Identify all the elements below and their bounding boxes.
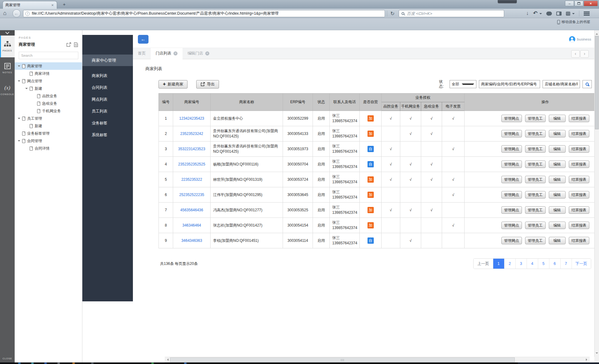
rail-tab-pages[interactable]: PAGES [0,36,15,57]
edit-button[interactable]: 编辑 [549,130,566,137]
page-button[interactable]: 4 [527,259,538,269]
settlement-report-button[interactable]: 结算报表 [569,160,589,168]
expand-arrow-icon[interactable] [18,118,20,120]
page-button[interactable]: 1 [493,259,504,269]
page-button[interactable]: 上一页 [474,259,493,269]
settlement-report-button[interactable]: 结算报表 [569,237,589,244]
tabs-prev-button[interactable]: ‹ [571,50,580,58]
manage-staff-button[interactable]: 管理员工 [525,237,546,244]
tabs-next-button[interactable]: › [580,50,589,58]
merchant-no-link[interactable]: 23523523242 [180,132,203,136]
page-button[interactable]: 7 [560,259,572,269]
taskbar-icon[interactable] [31,363,34,364]
page-button[interactable]: 下一页 [572,259,591,269]
menu-item[interactable]: 业务标签 [82,117,133,129]
expand-arrow-icon[interactable] [18,65,20,68]
merchant-no-link[interactable]: 3464346363 [181,238,202,243]
reload-icon[interactable]: ↻ [389,10,396,17]
tree-item[interactable]: 合同详情 [15,145,82,152]
collapse-rail-button[interactable] [0,30,15,36]
manage-staff-button[interactable]: 管理员工 [525,130,546,137]
rail-tab-notes[interactable]: NOTES [0,57,15,79]
taskbar-icon[interactable] [91,363,94,364]
tree-item[interactable]: 商家管理 [15,62,82,70]
bookmark-mobile[interactable]: 移动设备上的书签 [557,20,590,24]
edit-button[interactable]: 编辑 [549,237,566,244]
app-tab[interactable]: 门店列表× [151,48,183,59]
edit-button[interactable]: 编辑 [549,191,566,199]
maximize-button[interactable] [574,1,583,6]
url-bar[interactable]: i file:///C:/Users/Administrator/Desktop… [23,10,385,17]
vertical-scroll-thumb[interactable] [595,36,599,129]
settlement-report-button[interactable]: 结算报表 [569,222,589,229]
expand-arrow-icon[interactable] [25,88,28,90]
manage-branch-button[interactable]: 管理网点 [501,222,522,229]
scroll-right-icon[interactable] [586,358,588,361]
tab-close-icon[interactable]: × [173,51,178,55]
tree-item[interactable]: 员工管理 [15,115,82,122]
manage-staff-button[interactable]: 管理员工 [525,206,546,214]
taskbar-icon[interactable] [44,363,47,364]
rail-tab-console[interactable]: (x) CONSOLE [0,79,15,101]
tree-item[interactable]: 新建 [15,85,82,92]
manage-branch-button[interactable]: 管理网点 [501,145,522,153]
manage-staff-button[interactable]: 管理员工 [525,222,546,229]
page-button[interactable]: 6 [549,259,560,269]
chat-icon[interactable] [546,12,552,16]
page-info-icon[interactable]: i [25,12,30,16]
manage-staff-button[interactable]: 管理员工 [525,160,546,168]
menu-item[interactable]: 商家列表 [82,70,133,82]
browser-tab[interactable]: 商家管理 × [2,1,57,9]
close-window-button[interactable]: × [584,1,598,6]
user-chip[interactable]: business [569,36,591,42]
horizontal-scrollbar[interactable] [165,357,590,362]
taskbar-icon[interactable] [184,363,187,364]
menu-icon[interactable] [584,12,590,16]
horizontal-scroll-thumb[interactable] [170,357,515,362]
tab-close-icon[interactable]: × [205,51,209,55]
scroll-down-icon[interactable] [596,352,598,355]
manage-branch-button[interactable]: 管理网点 [501,237,522,244]
vertical-scrollbar[interactable] [594,30,599,362]
new-merchant-button[interactable]: + 新建商家 [158,80,187,89]
tree-item[interactable]: 千机网业务 [15,107,82,115]
manage-staff-button[interactable]: 管理员工 [525,145,546,153]
manage-branch-button[interactable]: 管理网点 [501,115,522,122]
merchant-code-search-input[interactable] [479,80,540,88]
status-select[interactable]: 全部 [450,80,476,88]
plugin-icon[interactable] [566,12,570,16]
download-icon[interactable]: ↓ [526,10,529,17]
undo-icon[interactable]: ↶ [533,10,538,17]
tree-item[interactable]: 品胜业务 [15,92,82,100]
merchant-no-link[interactable]: 3532231423523 [178,147,205,151]
taskbar-icon[interactable] [18,363,21,364]
edit-button[interactable]: 编辑 [549,115,566,122]
merchant-no-link[interactable]: 123424235423 [179,116,204,121]
settlement-report-button[interactable]: 结算报表 [569,115,589,122]
settlement-report-button[interactable]: 结算报表 [569,191,589,199]
edit-button[interactable]: 编辑 [549,222,566,229]
manage-branch-button[interactable]: 管理网点 [501,160,522,168]
settlement-report-button[interactable]: 结算报表 [569,206,589,214]
manage-branch-button[interactable]: 管理网点 [501,176,522,183]
tree-item[interactable]: 合同管理 [15,137,82,145]
menu-item[interactable]: 合同列表 [82,82,133,93]
search-button[interactable] [582,80,592,88]
settlement-report-button[interactable]: 结算报表 [569,176,589,183]
merchant-no-link[interactable]: 2352352352525 [178,162,205,166]
settlement-report-button[interactable]: 结算报表 [569,130,589,137]
manage-branch-button[interactable]: 管理网点 [501,206,522,214]
expand-arrow-icon[interactable] [18,140,20,143]
edit-button[interactable]: 编辑 [549,145,566,153]
edit-button[interactable]: 编辑 [549,176,566,183]
new-tab-button[interactable]: + [61,2,68,7]
taskbar-icon[interactable] [72,363,75,364]
taskbar-icon[interactable] [57,363,60,364]
settlement-report-button[interactable]: 结算报表 [569,145,589,153]
home-icon[interactable]: ⌂ [3,10,7,17]
page-button[interactable]: 2 [504,259,515,269]
menu-item[interactable]: 网点列表 [82,93,133,105]
tree-item[interactable]: 业务标签管理 [15,130,82,137]
tree-item[interactable]: 新建 [15,122,82,130]
pages-search-input[interactable] [19,52,78,59]
